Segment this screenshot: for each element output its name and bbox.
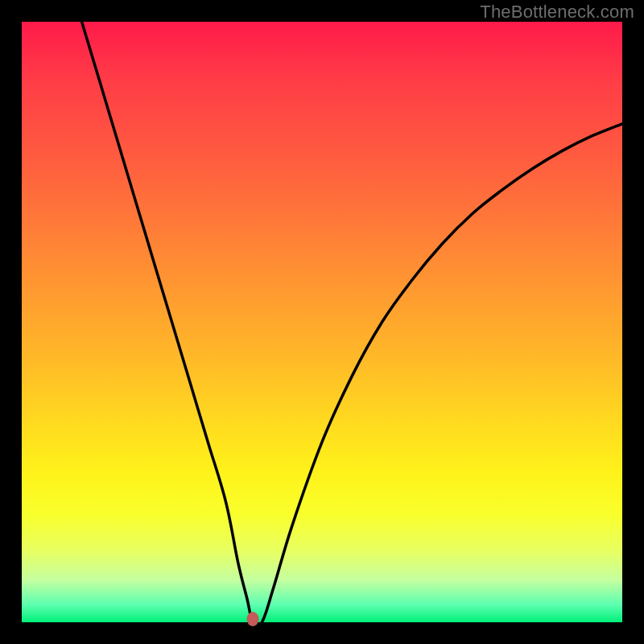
curve-path <box>82 22 622 622</box>
bottleneck-curve <box>22 22 622 622</box>
chart-container: TheBottleneck.com <box>0 0 644 644</box>
watermark-text: TheBottleneck.com <box>480 2 634 23</box>
bottleneck-marker <box>247 612 259 626</box>
plot-area <box>22 22 622 622</box>
